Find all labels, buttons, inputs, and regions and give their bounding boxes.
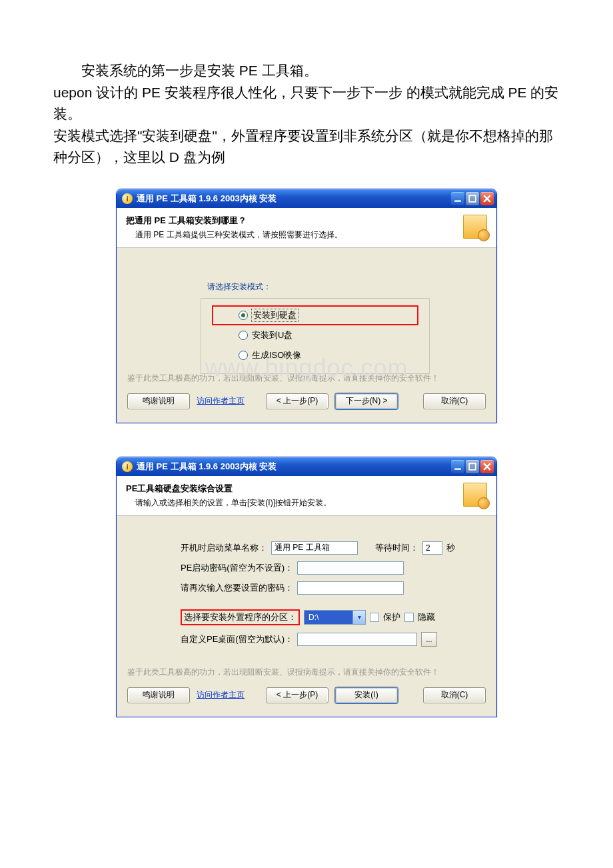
combo-partition[interactable]: D:\ ▾ (304, 610, 366, 625)
window-title: 通用 PE 工具箱 1.9.6 2003内核 安装 (137, 461, 451, 473)
maximize-button (466, 192, 479, 205)
author-link[interactable]: 访问作者主页 (197, 395, 245, 407)
svg-rect-2 (454, 468, 461, 469)
wizard-footer: 鸣谢说明 访问作者主页 < 上一步(P) 安装(I) 取消(C) (127, 685, 486, 710)
browse-button[interactable]: ... (421, 632, 437, 647)
window-titlebar[interactable]: i 通用 PE 工具箱 1.9.6 2003内核 安装 (117, 457, 496, 476)
thanks-button[interactable]: 鸣谢说明 (127, 393, 190, 409)
label-wait-time: 等待时间： (375, 542, 418, 554)
app-icon: i (122, 461, 133, 472)
label-password-2: 请再次输入您要设置的密码： (181, 582, 293, 594)
wizard-header-title: PE工具箱硬盘安装综合设置 (126, 483, 458, 495)
window-titlebar[interactable]: i 通用 PE 工具箱 1.9.6 2003内核 安装 (117, 189, 496, 208)
input-wait-time[interactable]: 2 (422, 541, 442, 555)
install-mode-group: 安装到硬盘 安装到U盘 生成ISO映像 (201, 298, 430, 374)
app-icon: i (122, 193, 133, 204)
radio-generate-iso[interactable]: 生成ISO映像 (212, 345, 418, 365)
svg-rect-0 (454, 200, 461, 201)
wizard-header-icon (463, 483, 487, 507)
install-button[interactable]: 安装(I) (335, 687, 398, 703)
next-button[interactable]: 下一步(N) > (335, 393, 398, 409)
wizard-header-subtitle: 通用 PE 工具箱提供三种安装模式，请按照需要进行选择。 (126, 229, 458, 241)
radio-label: 安装到U盘 (252, 329, 293, 341)
input-boot-menu-name[interactable]: 通用 PE 工具箱 (271, 541, 358, 555)
checkbox-protect[interactable] (370, 613, 379, 622)
security-note: 鉴于此类工具极高的功力，若出现阻断安装、误报病毒提示，请直接关掉你的安全软件！ (127, 370, 486, 391)
close-button[interactable] (480, 460, 494, 473)
combo-partition-value: D:\ (305, 611, 352, 624)
svg-rect-3 (469, 463, 476, 470)
row-desktop: 自定义PE桌面(留空为默认)： ... (127, 632, 486, 647)
wizard-header: PE工具箱硬盘安装综合设置 请输入或选择相关的设置，单击[安装(I)]按钮开始安… (117, 476, 496, 516)
cancel-button[interactable]: 取消(C) (423, 393, 486, 409)
label-partition: 选择要安装外置程序的分区： (181, 609, 300, 625)
wizard-header-icon (463, 215, 487, 239)
label-protect: 保护 (383, 611, 400, 623)
minimize-button[interactable] (451, 460, 464, 473)
row-password-1: PE启动密码(留空为不设置)： (127, 561, 486, 575)
chevron-down-icon: ▾ (352, 611, 365, 624)
radio-label: 生成ISO映像 (252, 349, 301, 361)
wizard-header-subtitle: 请输入或选择相关的设置，单击[安装(I)]按钮开始安装。 (126, 497, 458, 509)
doc-paragraph-2: uepon 设计的 PE 安装程序很人性化，只要下一步下一步 的模式就能完成 P… (53, 82, 560, 125)
author-link[interactable]: 访问作者主页 (197, 689, 245, 701)
install-mode-label: 请选择安装模式： (207, 281, 486, 293)
checkbox-hide[interactable] (404, 613, 414, 622)
window-title: 通用 PE 工具箱 1.9.6 2003内核 安装 (137, 193, 451, 205)
label-password-1: PE启动密码(留空为不设置)： (181, 562, 293, 574)
radio-label: 安装到硬盘 (252, 309, 298, 321)
wizard-footer: 鸣谢说明 访问作者主页 < 上一步(P) 下一步(N) > 取消(C) (127, 391, 486, 416)
installer-window-step-mode: i 通用 PE 工具箱 1.9.6 2003内核 安装 把通用 PE 工具箱安装… (116, 189, 497, 423)
row-password-2: 请再次输入您要设置的密码： (127, 581, 486, 595)
label-hide: 隐藏 (418, 611, 435, 623)
input-desktop-path[interactable] (297, 633, 417, 646)
input-password-1[interactable] (297, 561, 404, 575)
radio-icon (239, 351, 248, 360)
maximize-button (466, 460, 479, 473)
label-desktop: 自定义PE桌面(留空为默认)： (181, 633, 293, 645)
prev-button[interactable]: < 上一步(P) (266, 393, 328, 409)
radio-icon (239, 331, 248, 340)
label-wait-unit: 秒 (446, 542, 455, 554)
security-note: 鉴于此类工具极高的功力，若出现阻断安装、误报病毒提示，请直接关掉你的安全软件！ (127, 664, 486, 685)
close-button[interactable] (480, 192, 494, 205)
radio-install-to-usb[interactable]: 安装到U盘 (212, 325, 418, 345)
cancel-button[interactable]: 取消(C) (423, 687, 486, 703)
label-boot-menu: 开机时启动菜单名称： (181, 542, 267, 554)
radio-icon (239, 311, 248, 320)
thanks-button[interactable]: 鸣谢说明 (127, 687, 190, 703)
minimize-button[interactable] (451, 192, 464, 205)
wizard-header-title: 把通用 PE 工具箱安装到哪里？ (126, 215, 458, 227)
wizard-header: 把通用 PE 工具箱安装到哪里？ 通用 PE 工具箱提供三种安装模式，请按照需要… (117, 208, 496, 248)
svg-rect-1 (469, 195, 476, 202)
row-partition: 选择要安装外置程序的分区： D:\ ▾ 保护 隐藏 (127, 609, 486, 625)
prev-button[interactable]: < 上一步(P) (266, 687, 328, 703)
input-password-2[interactable] (297, 581, 404, 595)
installer-window-step-settings: i 通用 PE 工具箱 1.9.6 2003内核 安装 PE工具箱硬盘安装综合设… (116, 457, 497, 717)
doc-paragraph-1: 安装系统的第一步是安装 PE 工具箱。 (53, 60, 560, 82)
row-boot-menu: 开机时启动菜单名称： 通用 PE 工具箱 等待时间： 2 秒 (127, 541, 486, 555)
doc-paragraph-3: 安装模式选择"安装到硬盘"，外置程序要设置到非系统分区（就是你不想格掉的那种分区… (53, 125, 560, 169)
radio-install-to-hdd[interactable]: 安装到硬盘 (212, 305, 418, 325)
